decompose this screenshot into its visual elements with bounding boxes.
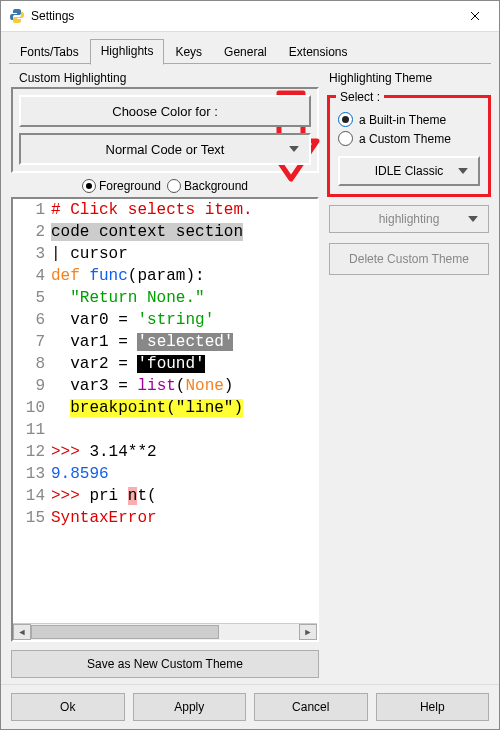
ok-button[interactable]: Ok — [11, 693, 125, 721]
scroll-left-icon[interactable]: ◄ — [13, 624, 31, 640]
radio-icon — [167, 179, 181, 193]
window-title: Settings — [31, 9, 453, 23]
tab-keys[interactable]: Keys — [164, 40, 213, 65]
titlebar: Settings — [1, 1, 499, 32]
theme-select-group: Select : a Built-in Theme a Custom Theme… — [329, 97, 489, 195]
tabs: Fonts/TabsHighlightsKeysGeneralExtension… — [1, 32, 499, 64]
tab-fonts-tabs[interactable]: Fonts/Tabs — [9, 40, 90, 65]
color-picker-panel: Choose Color for : Normal Code or Text — [11, 87, 319, 173]
radio-icon — [82, 179, 96, 193]
tab-highlights[interactable]: Highlights — [90, 39, 165, 65]
cancel-button[interactable]: Cancel — [254, 693, 368, 721]
python-icon — [9, 8, 25, 24]
scroll-right-icon[interactable]: ► — [299, 624, 317, 640]
builtin-theme-radio[interactable]: a Built-in Theme — [338, 112, 480, 127]
custom-theme-radio[interactable]: a Custom Theme — [338, 131, 480, 146]
horizontal-scrollbar[interactable]: ◄ ► — [13, 623, 317, 640]
select-label: Select : — [336, 90, 384, 104]
settings-window: Settings Fonts/TabsHighlightsKeysGeneral… — [0, 0, 500, 730]
delete-custom-theme-button[interactable]: Delete Custom Theme — [329, 243, 489, 275]
highlighting-theme-panel: Highlighting Theme Select : a Built-in T… — [329, 69, 489, 678]
fg-bg-radios: Foreground Background — [11, 173, 319, 197]
save-as-new-theme-button[interactable]: Save as New Custom Theme — [11, 650, 319, 678]
foreground-radio[interactable]: Foreground — [82, 179, 161, 193]
element-select-button[interactable]: Normal Code or Text — [19, 133, 311, 165]
highlighting-theme-label: Highlighting Theme — [329, 69, 489, 87]
highlighting-dropdown[interactable]: highlighting — [329, 205, 489, 233]
help-button[interactable]: Help — [376, 693, 490, 721]
close-icon — [470, 11, 480, 21]
tab-general[interactable]: General — [213, 40, 278, 65]
code-lines[interactable]: 1# Click selects item.2code context sect… — [13, 199, 317, 529]
background-radio[interactable]: Background — [167, 179, 248, 193]
chevron-down-icon — [458, 168, 468, 174]
chevron-down-icon — [468, 216, 478, 222]
tab-extensions[interactable]: Extensions — [278, 40, 359, 65]
custom-highlighting-label: Custom Highlighting — [11, 69, 319, 87]
theme-dropdown[interactable]: IDLE Classic — [338, 156, 480, 186]
sample-code-box: 1# Click selects item.2code context sect… — [11, 197, 319, 642]
apply-button[interactable]: Apply — [133, 693, 247, 721]
tab-content-highlights: Custom Highlighting Choose Color for : N… — [1, 65, 499, 684]
close-button[interactable] — [453, 2, 497, 30]
radio-icon — [338, 112, 353, 127]
choose-color-button[interactable]: Choose Color for : — [19, 95, 311, 127]
dialog-buttons: Ok Apply Cancel Help — [1, 684, 499, 729]
chevron-down-icon — [289, 146, 299, 152]
custom-highlighting-panel: Custom Highlighting Choose Color for : N… — [11, 69, 319, 678]
radio-icon — [338, 131, 353, 146]
